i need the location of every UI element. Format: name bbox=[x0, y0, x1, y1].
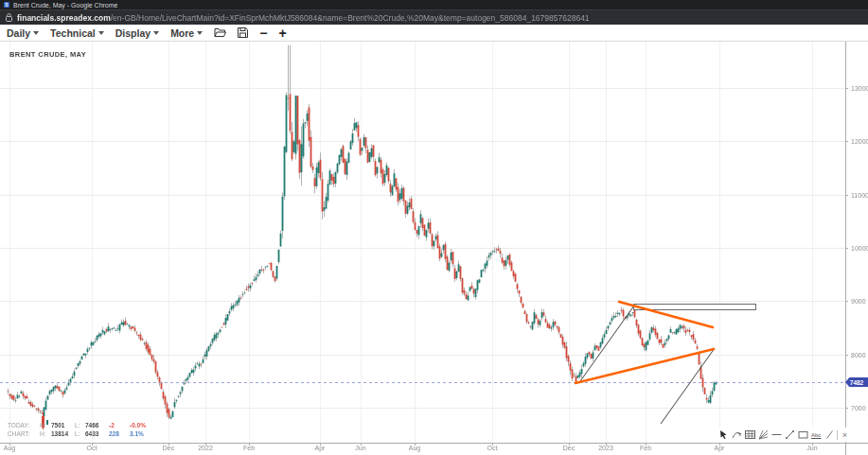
plus-icon: + bbox=[278, 28, 286, 38]
minus-icon: − bbox=[259, 28, 267, 38]
ray-tool-icon[interactable] bbox=[824, 429, 835, 441]
chart-title: BRENT CRUDE, MAY bbox=[9, 50, 86, 59]
y-axis-label: 13000 bbox=[851, 85, 868, 92]
menu-more[interactable]: More bbox=[170, 27, 203, 39]
legend-high-label: H: bbox=[40, 430, 51, 439]
x-axis-label: Jun bbox=[355, 445, 365, 451]
x-axis-label: Feb bbox=[243, 445, 255, 451]
zoom-in-button[interactable]: + bbox=[278, 28, 286, 38]
url-domain: financials.spreadex.com bbox=[17, 13, 111, 23]
caret-down-icon bbox=[98, 31, 104, 35]
open-folder-icon bbox=[214, 27, 226, 38]
x-axis-label: Oct bbox=[87, 445, 97, 451]
zoom-out-button[interactable]: − bbox=[259, 28, 267, 38]
x-axis-label: Aug bbox=[409, 445, 420, 451]
save-icon bbox=[238, 27, 248, 38]
caret-down-icon bbox=[33, 31, 39, 35]
legend-high-label: H: bbox=[40, 422, 51, 430]
legend-low-label: L: bbox=[75, 430, 85, 439]
site-favicon-icon: S bbox=[4, 2, 9, 8]
x-axis-label: Apr bbox=[315, 445, 326, 451]
open-folder-button[interactable] bbox=[214, 27, 226, 38]
x-axis-label: 2022 bbox=[198, 445, 213, 451]
menu-more-label: More bbox=[170, 27, 194, 39]
window-titlebar: S Brent Crude, May - Google Chrome bbox=[0, 0, 868, 9]
legend-chart-change: 228 bbox=[109, 430, 130, 439]
legend-today-key: TODAY: bbox=[8, 422, 40, 430]
horizontal-line-tool-icon[interactable] bbox=[771, 429, 782, 441]
window-title: Brent Crude, May - Google Chrome bbox=[13, 2, 118, 9]
legend-low-label: L: bbox=[75, 422, 85, 430]
save-button[interactable] bbox=[238, 27, 248, 38]
legend-today-low: 7466 bbox=[85, 422, 109, 430]
chart-region: BRENT CRUDE, MAY 13000120001100010000900… bbox=[0, 42, 868, 455]
y-axis-label: 7000 bbox=[851, 405, 866, 411]
fan-lines-tool-icon[interactable] bbox=[757, 429, 769, 441]
menu-display-label: Display bbox=[115, 27, 151, 39]
lock-icon bbox=[6, 13, 12, 22]
chart-menubar: Daily Technical Display More − + bbox=[0, 25, 868, 42]
x-axis-label: Jun bbox=[806, 445, 817, 451]
chart-canvas[interactable] bbox=[0, 42, 868, 455]
legend-chart-high: 13814 bbox=[51, 430, 75, 439]
y-axis-label: 12000 bbox=[851, 138, 868, 145]
legend-today-high: 7501 bbox=[51, 422, 75, 430]
address-bar[interactable]: financials.spreadex.com/en-GB/Home/LiveC… bbox=[0, 9, 868, 25]
x-axis-label: Aug bbox=[4, 445, 15, 451]
trend-line-tool-icon[interactable] bbox=[784, 429, 795, 441]
x-axis-label: Dec bbox=[163, 445, 174, 451]
x-axis-label: Apr bbox=[715, 445, 725, 451]
toolbar-separator bbox=[837, 430, 838, 440]
close-tools-icon[interactable]: × bbox=[840, 429, 849, 441]
legend-today-change: -2 bbox=[109, 422, 130, 430]
x-axis-label: 2023 bbox=[598, 445, 613, 451]
pointer-tool-icon[interactable] bbox=[717, 429, 729, 441]
caret-down-icon bbox=[197, 31, 203, 35]
y-axis-label: 10000 bbox=[851, 245, 868, 252]
y-axis-label: 11000 bbox=[851, 192, 868, 199]
url-path: /en-GB/Home/LiveChartMain?id=XFinSprMchM… bbox=[111, 13, 590, 23]
drawing-toolbar: Abc × bbox=[716, 428, 851, 442]
menu-display[interactable]: Display bbox=[115, 27, 159, 39]
menu-daily[interactable]: Daily bbox=[7, 27, 39, 39]
menu-technical[interactable]: Technical bbox=[50, 27, 104, 39]
x-axis-label: Oct bbox=[487, 445, 498, 451]
legend-chart-low: 6433 bbox=[85, 430, 109, 439]
legend-chart-key: CHART: bbox=[8, 430, 40, 439]
ohlc-legend: TODAY: H: 7501 L: 7466 -2 -0.0% CHART: H… bbox=[8, 422, 158, 438]
menu-technical-label: Technical bbox=[50, 27, 96, 39]
x-axis-label: Feb bbox=[640, 445, 651, 451]
grid-tool-icon[interactable] bbox=[744, 429, 755, 441]
x-axis-label: Dec bbox=[563, 445, 575, 451]
legend-today-change-pct: -0.0% bbox=[130, 422, 158, 430]
y-axis-label: 8000 bbox=[851, 352, 866, 359]
url-text: financials.spreadex.com/en-GB/Home/LiveC… bbox=[17, 13, 590, 23]
y-axis-label: 9000 bbox=[851, 298, 866, 305]
caret-down-icon bbox=[153, 31, 159, 35]
current-price-badge: 7482 bbox=[845, 377, 868, 387]
curved-arrow-tool-icon[interactable] bbox=[731, 429, 742, 441]
menu-daily-label: Daily bbox=[7, 27, 30, 39]
legend-chart-change-pct: 3.1% bbox=[130, 430, 158, 439]
text-tool[interactable]: Abc bbox=[810, 429, 822, 441]
rectangle-tool-icon[interactable] bbox=[797, 429, 808, 441]
